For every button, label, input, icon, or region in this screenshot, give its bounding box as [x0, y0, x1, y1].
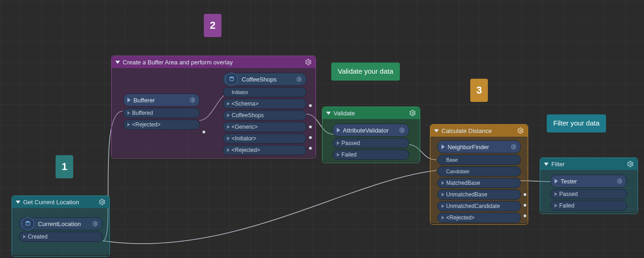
step-badge-3: 3 [470, 79, 488, 102]
port-label: Initiator [232, 89, 248, 95]
port-arrow-icon [442, 204, 444, 208]
port-initiator[interactable]: <Initiator> [223, 133, 306, 144]
group-filter[interactable]: Filter Tester Passed Failed [540, 157, 638, 214]
transformer-icon [555, 179, 558, 183]
port-label: Candidate [446, 169, 469, 174]
port-matched-base[interactable]: MatchedBase [437, 178, 521, 188]
port-generic[interactable]: <Generic> [223, 122, 306, 132]
group-get-current-location[interactable]: Get Current Location CurrentLocation Cre… [12, 195, 110, 257]
node-coffeeshops[interactable]: CoffeeShops Initiator <Schema> CoffeeSho… [223, 73, 306, 155]
group-header[interactable]: Create a Buffer Area and perform overlay [112, 56, 316, 68]
svg-point-10 [513, 146, 515, 148]
node-title: AttributeValidator [343, 127, 397, 134]
group-title: Validate [334, 110, 407, 117]
transformer-icon [337, 128, 340, 132]
collapse-icon[interactable] [115, 61, 120, 64]
port-arrow-icon [127, 123, 130, 126]
node-header[interactable]: Tester [550, 175, 627, 188]
datasource-icon [225, 73, 238, 86]
port-buffered[interactable]: Buffered [123, 108, 200, 118]
gear-icon[interactable] [190, 97, 196, 103]
step-badge-2: 2 [204, 14, 221, 37]
group-header[interactable]: Calculate Distance [430, 125, 528, 137]
gear-icon[interactable] [99, 199, 106, 205]
gear-icon[interactable] [399, 127, 405, 133]
port-failed[interactable]: Failed [550, 201, 627, 211]
port-arrow-icon [227, 125, 230, 129]
workflow-canvas[interactable]: { "badges": { "one": "1", "two": "2", "t… [0, 0, 644, 258]
node-tester[interactable]: Tester Passed Failed [550, 175, 627, 211]
port-candidate-in[interactable]: Candidate [437, 166, 521, 176]
node-header[interactable]: NeighborFinder [437, 140, 521, 153]
port-unmatched-candidate[interactable]: UnmatchedCandidate [437, 201, 521, 211]
gear-icon[interactable] [410, 110, 416, 116]
gear-icon[interactable] [297, 76, 302, 82]
svg-point-4 [192, 100, 194, 101]
port-label: <Rejected> [232, 147, 260, 153]
node-bufferer[interactable]: Bufferer Buffered <Rejected> [123, 94, 200, 130]
port-arrow-icon [227, 102, 230, 106]
port-schema[interactable]: <Schema> [223, 99, 306, 109]
port-coffeeshops[interactable]: CoffeeShops [223, 110, 306, 120]
node-neighbor-finder[interactable]: NeighborFinder Base Candidate MatchedBas… [437, 140, 521, 223]
gear-icon[interactable] [305, 59, 312, 65]
collapse-icon[interactable] [544, 163, 549, 166]
port-failed[interactable]: Failed [333, 150, 409, 160]
connection-dot [309, 104, 312, 107]
port-label: Failed [559, 202, 575, 209]
port-arrow-icon [337, 141, 340, 145]
svg-point-1 [26, 221, 30, 223]
gear-icon[interactable] [617, 178, 623, 184]
collapse-icon[interactable] [16, 201, 20, 204]
step-badge-1-label: 1 [62, 161, 67, 173]
svg-point-5 [230, 76, 234, 78]
node-title: Bufferer [133, 97, 187, 104]
group-header[interactable]: Validate [322, 107, 420, 119]
transformer-icon [442, 145, 445, 149]
port-label: <Generic> [232, 124, 258, 130]
port-label: CoffeeShops [232, 112, 264, 119]
svg-point-6 [299, 79, 300, 80]
node-header[interactable]: AttributeValidator [333, 124, 409, 137]
port-passed[interactable]: Passed [550, 189, 627, 199]
port-passed[interactable]: Passed [333, 138, 409, 148]
collapse-icon[interactable] [434, 129, 439, 132]
svg-point-9 [520, 130, 522, 132]
group-buffer-overlay[interactable]: Create a Buffer Area and perform overlay… [111, 56, 316, 158]
group-validate[interactable]: Validate AttributeValidator Passed Faile… [322, 107, 420, 163]
gear-icon[interactable] [511, 144, 517, 150]
port-created[interactable]: Created [19, 232, 102, 242]
connection-dot [309, 147, 312, 150]
gear-icon[interactable] [627, 161, 634, 167]
port-rejected[interactable]: <Rejected> [223, 145, 306, 155]
collapse-icon[interactable] [326, 112, 331, 115]
port-arrow-icon [442, 193, 444, 196]
group-title: Calculate Distance [442, 127, 515, 134]
port-arrow-icon [227, 137, 230, 140]
node-attribute-validator[interactable]: AttributeValidator Passed Failed [333, 124, 409, 160]
port-rejected[interactable]: <Rejected> [437, 213, 521, 223]
node-current-location[interactable]: CurrentLocation Created [19, 217, 102, 242]
port-label: <Schema> [232, 101, 259, 107]
transformer-icon [127, 98, 131, 102]
group-calculate-distance[interactable]: Calculate Distance NeighborFinder Base C… [430, 124, 528, 225]
port-initiator-in[interactable]: Initiator [223, 87, 306, 97]
group-header[interactable]: Filter [540, 158, 638, 170]
node-header[interactable]: CurrentLocation [19, 217, 102, 230]
node-title: CoffeeShops [242, 76, 294, 83]
gear-icon[interactable] [518, 127, 524, 134]
port-label: Passed [341, 140, 360, 146]
node-header[interactable]: CoffeeShops [223, 73, 306, 86]
group-header[interactable]: Get Current Location [12, 196, 109, 208]
port-rejected[interactable]: <Rejected> [123, 120, 200, 130]
port-arrow-icon [23, 235, 26, 239]
gear-icon[interactable] [93, 221, 98, 227]
port-base-in[interactable]: Base [437, 155, 521, 165]
connection-dot [309, 126, 312, 128]
svg-point-3 [308, 61, 309, 63]
tooltip-filter-text: Filter your data [553, 119, 600, 127]
node-header[interactable]: Bufferer [123, 94, 200, 107]
port-unmatched-base[interactable]: UnmatchedBase [437, 189, 521, 200]
port-arrow-icon [227, 113, 230, 117]
svg-point-11 [630, 163, 631, 165]
